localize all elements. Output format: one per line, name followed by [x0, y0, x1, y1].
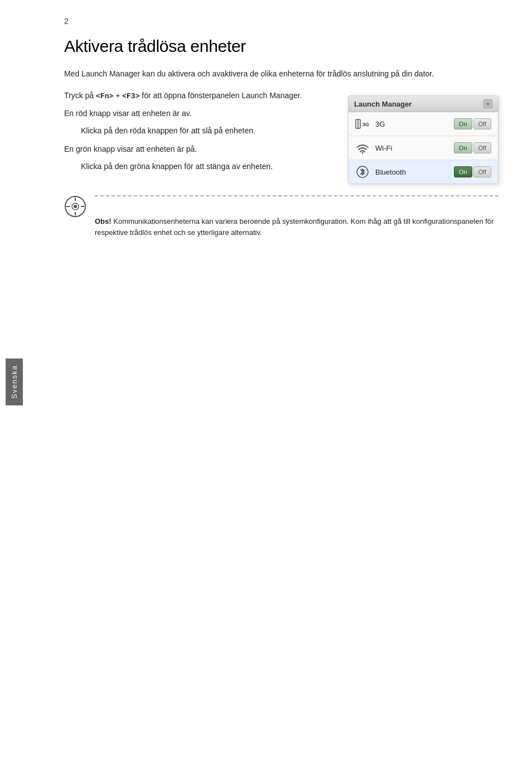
instruction-1: Tryck på <Fn> + <F3> för att öppna fönst…: [64, 90, 331, 102]
text-column: Tryck på <Fn> + <F3> för att öppna fönst…: [64, 90, 331, 179]
note-icon: [64, 195, 86, 218]
launch-manager-close-button[interactable]: ×: [483, 99, 492, 108]
svg-point-3: [362, 152, 364, 154]
3g-buttons: On Off: [454, 118, 491, 129]
3g-off-button[interactable]: Off: [473, 118, 491, 129]
page-number: 2: [64, 17, 499, 26]
side-language-label: Svenska: [6, 358, 23, 405]
bluetooth-off-button[interactable]: Off: [473, 166, 491, 177]
bluetooth-buttons: On Off: [454, 166, 491, 177]
note-section: Obs! Kommunikationsenheterna kan variera…: [64, 195, 499, 238]
device-row-wifi: Wi-Fi On Off: [349, 136, 498, 160]
instruction-3a: Klicka på den gröna knappen för att stän…: [64, 161, 331, 172]
bluetooth-on-button[interactable]: On: [454, 166, 472, 177]
instruction-3: En grön knapp visar att enheten är på.: [64, 143, 331, 155]
3g-icon: 3G: [355, 117, 370, 131]
3g-on-button[interactable]: On: [454, 118, 472, 129]
page-title: Aktivera trådlösa enheter: [64, 37, 499, 56]
device-row-3g: 3G 3G On Off: [349, 112, 498, 136]
intro-paragraph: Med Launch Manager kan du aktivera och a…: [64, 68, 499, 80]
note-body: Kommunikationsenheterna kan variera bero…: [95, 217, 494, 237]
side-label-container: Svenska: [0, 0, 28, 764]
bluetooth-icon: [355, 165, 370, 179]
wifi-icon: [355, 141, 370, 155]
launch-manager-titlebar: Launch Manager ×: [349, 96, 498, 112]
note-dashed-divider: [95, 195, 499, 196]
wifi-on-button[interactable]: On: [454, 142, 472, 153]
3g-device-name: 3G: [375, 120, 448, 128]
launch-manager-title: Launch Manager: [354, 100, 412, 108]
bluetooth-device-name: Bluetooth: [375, 168, 448, 176]
note-bold-prefix: Obs!: [95, 217, 112, 225]
instruction-2: En röd knapp visar att enheten är av.: [64, 108, 331, 119]
launch-manager-panel: Launch Manager × 3G 3G On Off: [348, 95, 499, 184]
note-text: Obs! Kommunikationsenheterna kan variera…: [95, 202, 499, 238]
wifi-device-name: Wi-Fi: [375, 144, 448, 152]
device-row-bluetooth: Bluetooth On Off: [349, 160, 498, 184]
wifi-buttons: On Off: [454, 142, 491, 153]
svg-point-11: [74, 205, 77, 208]
svg-text:3G: 3G: [362, 122, 369, 127]
wifi-off-button[interactable]: Off: [473, 142, 491, 153]
instruction-2a: Klicka på den röda knappen för att slå p…: [64, 125, 331, 137]
content-area: Tryck på <Fn> + <F3> för att öppna fönst…: [64, 90, 499, 184]
